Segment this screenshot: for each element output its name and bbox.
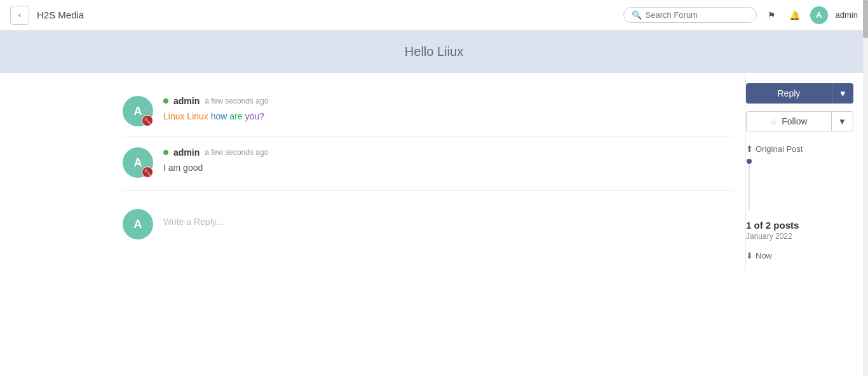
posts-area: A 🔧 admin a few seconds ago Linux Linux …	[8, 73, 745, 271]
scrollbar[interactable]	[863, 0, 868, 296]
post-time: a few seconds ago	[205, 97, 268, 105]
post-text: Linux Linux how are you?	[163, 110, 733, 123]
post-word-how: how	[211, 111, 227, 121]
timeline	[749, 159, 853, 210]
post-time: a few seconds ago	[205, 148, 268, 157]
admin-badge-icon: 🔧	[142, 166, 153, 178]
post-author: admin	[173, 96, 200, 106]
post-meta: admin a few seconds ago	[163, 147, 733, 158]
sidebar: Reply ▼ ☆ Follow ▼ ⬆ Original Post 1 of …	[745, 73, 860, 271]
follow-button[interactable]: ☆ Follow	[746, 111, 832, 131]
reply-button-group: Reply ▼	[746, 83, 853, 104]
down-arrow-icon: ⬇	[746, 251, 753, 260]
back-button[interactable]: ‹	[10, 6, 29, 25]
search-icon: 🔍	[632, 10, 642, 20]
online-dot	[163, 150, 168, 155]
back-icon: ‹	[18, 10, 21, 20]
follow-button-group: ☆ Follow ▼	[746, 111, 853, 131]
star-icon: ☆	[770, 117, 778, 126]
bell-icon: 🔔	[789, 10, 800, 20]
admin-username: admin	[836, 10, 858, 20]
site-title: H2S Media	[37, 10, 623, 20]
header-right: 🔍 ⚑ 🔔 A admin	[623, 6, 858, 24]
user-avatar[interactable]: A	[810, 6, 828, 24]
post-word-linux1: Linux	[163, 111, 184, 121]
reply-area: A Write a Reply...	[123, 194, 733, 250]
post-avatar-wrap: A 🔧	[123, 96, 153, 126]
notifications-button[interactable]: 🔔	[787, 8, 803, 23]
follow-dropdown-button[interactable]: ▼	[832, 111, 853, 131]
reply-avatar: A	[123, 209, 153, 239]
table-row: A 🔧 admin a few seconds ago Linux Linux …	[123, 86, 733, 137]
post-avatar-wrap: A 🔧	[123, 147, 153, 178]
post-word-you: you?	[245, 111, 264, 121]
reply-placeholder-text[interactable]: Write a Reply...	[163, 214, 223, 229]
flag-button[interactable]: ⚑	[764, 8, 780, 23]
reply-button[interactable]: Reply	[746, 83, 832, 104]
posts-date: January 2022	[746, 232, 853, 241]
page-title-bar: Hello Liiux	[0, 30, 868, 73]
post-meta: admin a few seconds ago	[163, 96, 733, 106]
now-label: Now	[756, 251, 772, 260]
chevron-down-icon: ▼	[838, 117, 846, 126]
reply-input-wrap[interactable]: Write a Reply...	[163, 209, 733, 239]
posts-count: 1 of 2 posts	[746, 220, 853, 231]
now-link[interactable]: ⬇ Now	[746, 251, 853, 260]
search-input[interactable]	[646, 10, 749, 20]
reply-avatar-wrap: A	[123, 209, 153, 239]
follow-button-label: Follow	[782, 116, 807, 126]
post-divider	[123, 191, 733, 191]
main-area: A 🔧 admin a few seconds ago Linux Linux …	[8, 73, 860, 296]
reply-dropdown-button[interactable]: ▼	[832, 83, 853, 104]
post-text: I am good	[163, 161, 733, 175]
header: ‹ H2S Media 🔍 ⚑ 🔔 A admin	[0, 0, 868, 30]
table-row: A 🔧 admin a few seconds ago I am good	[123, 137, 733, 188]
flag-icon: ⚑	[768, 10, 776, 20]
page-title: Hello Liiux	[0, 44, 868, 59]
online-dot	[163, 98, 168, 104]
chevron-down-icon: ▼	[839, 89, 847, 98]
up-arrow-icon: ⬆	[746, 144, 753, 154]
admin-badge-icon: 🔧	[142, 115, 153, 126]
original-post-label: Original Post	[756, 144, 803, 154]
post-author: admin	[173, 147, 200, 158]
post-word-are: are	[229, 111, 242, 121]
post-word-linux2: Linux	[187, 111, 208, 121]
scrollbar-thumb[interactable]	[863, 0, 868, 38]
original-post-link[interactable]: ⬆ Original Post	[746, 144, 853, 154]
post-content: admin a few seconds ago Linux Linux how …	[163, 96, 733, 126]
timeline-marker	[747, 159, 752, 164]
post-content: admin a few seconds ago I am good	[163, 147, 733, 178]
search-box[interactable]: 🔍	[623, 7, 757, 23]
